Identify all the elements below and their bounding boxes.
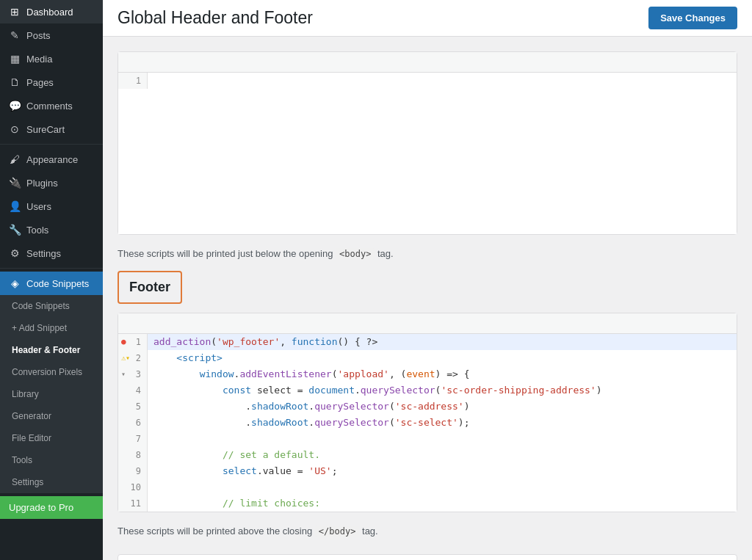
tools-icon: 🔧: [9, 224, 21, 236]
line-content-8: // set a default.: [148, 447, 737, 463]
submenu-label: Conversion Pixels: [12, 367, 82, 377]
line-gutter-11: 11: [118, 495, 148, 512]
upgrade-label: Upgrade to Pro: [9, 502, 73, 513]
sidebar-item-generator[interactable]: Generator: [0, 405, 103, 427]
code-line-11: 11 // limit choices:: [118, 495, 737, 512]
footer-body-hint: These scripts will be printed above the …: [118, 520, 737, 542]
error-icon: ●: [121, 334, 126, 350]
footer-editor-header-bar: [118, 313, 737, 334]
topbar: Global Header and Footer Save Changes: [103, 0, 752, 37]
hint2-text-before: These scripts will be printed above the …: [118, 526, 312, 537]
submenu-label: + Add Snippet: [12, 323, 67, 333]
sidebar-item-code-snippets[interactable]: Code Snippets: [0, 295, 103, 317]
header-editor-body[interactable]: 1: [118, 73, 737, 234]
sidebar-divider: [0, 144, 103, 145]
code-line-10: 10: [118, 479, 737, 495]
sidebar-item-conversion-pixels[interactable]: Conversion Pixels: [0, 361, 103, 383]
hint2-text-after: tag.: [362, 526, 378, 537]
sidebar-item-label: Users: [26, 201, 51, 212]
code-line-5: 5 .shadowRoot.querySelector('sc-address'…: [118, 399, 737, 415]
line-gutter-9: 9: [118, 463, 148, 479]
posts-icon: ✎: [9, 29, 21, 41]
line-gutter-1: ● 1: [118, 334, 148, 350]
surecart-icon: ⊙: [9, 123, 21, 135]
fold-icon: ▾: [121, 366, 126, 382]
sidebar-item-comments[interactable]: 💬 Comments: [0, 94, 103, 117]
submenu-label: Settings: [12, 477, 43, 487]
sidebar-item-pages[interactable]: 🗋 Pages: [0, 70, 103, 94]
sidebar-item-posts[interactable]: ✎ Posts: [0, 23, 103, 47]
sidebar-item-dashboard[interactable]: ⊞ Dashboard: [0, 0, 103, 23]
sidebar-item-upgrade[interactable]: Upgrade to Pro: [0, 496, 103, 519]
sidebar-item-appearance[interactable]: 🖌 Appearance: [0, 148, 103, 171]
sidebar-item-file-editor[interactable]: File Editor: [0, 427, 103, 449]
code-line-1: ● 1 add_action('wp_footer', function() {…: [118, 334, 737, 350]
code-line-7: 7: [118, 431, 737, 447]
sidebar-item-tools-sub[interactable]: Tools: [0, 449, 103, 471]
body-tag-hint: <body>: [336, 248, 375, 260]
line-gutter-8: 8: [118, 447, 148, 463]
settings-icon: ⚙: [9, 247, 21, 259]
sidebar-item-users[interactable]: 👤 Users: [0, 194, 103, 218]
main-area: Global Header and Footer Save Changes 1 …: [103, 0, 752, 560]
content-area: 1 These scripts will be printed just bel…: [103, 37, 752, 560]
line-gutter-3: ▾ 3: [118, 366, 148, 382]
body-hint: These scripts will be printed just below…: [118, 242, 737, 265]
line-content-11: // limit choices:: [148, 495, 737, 512]
dashboard-icon: ⊞: [9, 6, 21, 18]
submenu-label: Header & Footer: [12, 345, 80, 355]
sidebar-item-plugins[interactable]: 🔌 Plugins: [0, 171, 103, 194]
save-changes-button[interactable]: Save Changes: [648, 7, 737, 29]
closing-body-tag-hint: </body>: [315, 526, 360, 537]
line-content-4: const select = document.querySelector('s…: [148, 382, 737, 399]
sidebar-item-tools[interactable]: 🔧 Tools: [0, 218, 103, 241]
sidebar-item-label: SureCart: [26, 124, 65, 135]
code-line-4: 4 const select = document.querySelector(…: [118, 382, 737, 399]
sidebar-item-header-footer[interactable]: Header & Footer: [0, 339, 103, 361]
code-line-9: 9 select.value = 'US';: [118, 463, 737, 479]
submenu-label: File Editor: [12, 433, 51, 443]
page-title: Global Header and Footer: [118, 8, 313, 28]
code-line-8: 8 // set a default.: [118, 447, 737, 463]
sidebar-item-label: Posts: [26, 30, 51, 41]
sidebar-item-surecart[interactable]: ⊙ SureCart: [0, 117, 103, 141]
hint-text-before: These scripts will be printed just below…: [118, 248, 333, 259]
line-content-3: window.addEventListener('appload', (even…: [148, 366, 737, 382]
line-content-5: .shadowRoot.querySelector('sc-address'): [148, 399, 737, 415]
hint-text-after: tag.: [377, 248, 394, 259]
media-icon: ▦: [9, 53, 21, 65]
line-gutter-4: 4: [118, 382, 148, 399]
sidebar-item-library[interactable]: Library: [0, 383, 103, 405]
submenu-label: Generator: [12, 411, 51, 421]
submenu-label: Tools: [12, 455, 32, 465]
code-line-6: 6 .shadowRoot.querySelector('sc-select')…: [118, 415, 737, 431]
sidebar-divider-2: [0, 268, 103, 269]
sidebar-item-label: Tools: [26, 225, 48, 236]
footer-editor-body[interactable]: ● 1 add_action('wp_footer', function() {…: [118, 334, 737, 512]
sidebar-item-settings-sub[interactable]: Settings: [0, 471, 103, 493]
submenu-label: Library: [12, 389, 39, 399]
header-editor-container: 1: [118, 51, 737, 235]
sidebar-item-label: Comments: [26, 101, 73, 112]
warning-icon: ⚠▾: [121, 350, 130, 366]
sidebar-item-media[interactable]: ▦ Media: [0, 47, 103, 70]
sidebar-item-label: Appearance: [26, 154, 78, 165]
sidebar-item-label: Media: [26, 54, 52, 65]
sidebar-item-label: Code Snippets: [26, 278, 89, 289]
sidebar-item-settings[interactable]: ⚙ Settings: [0, 241, 103, 265]
code-snippets-submenu: Code Snippets + Add Snippet Header & Foo…: [0, 295, 103, 493]
code-line-3: ▾ 3 window.addEventListener('appload', (…: [118, 366, 737, 382]
sidebar: ⊞ Dashboard ✎ Posts ▦ Media 🗋 Pages 💬 Co…: [0, 0, 103, 560]
editor-header-bar: [118, 52, 737, 73]
submenu-label: Code Snippets: [12, 301, 70, 311]
sidebar-item-code-snippets-main[interactable]: ◈ Code Snippets: [0, 272, 103, 295]
comments-icon: 💬: [9, 100, 21, 112]
promo-box: Get WPCode Pro and Unlock all the Powerf…: [118, 554, 737, 560]
line-gutter-10: 10: [118, 479, 148, 495]
sidebar-item-add-snippet[interactable]: + Add Snippet: [0, 317, 103, 339]
line-gutter-7: 7: [118, 431, 148, 447]
footer-section-label: Footer: [118, 271, 182, 304]
line-content-6: .shadowRoot.querySelector('sc-select');: [148, 415, 737, 431]
line-content-2: <script>: [148, 350, 737, 366]
sidebar-item-label: Settings: [26, 248, 61, 259]
